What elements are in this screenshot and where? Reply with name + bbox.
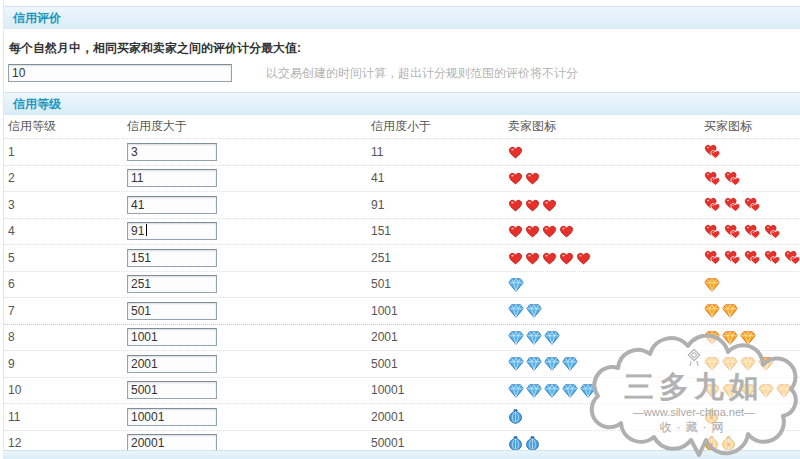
credit-level-value: 8 [8,330,127,344]
max-score-label: 每个自然月中，相同买家和卖家之间的评价计分最大值: [9,40,800,57]
credit-greater-cell [127,143,371,161]
input-wrap [127,222,217,240]
buyer-icons-cell [704,356,800,371]
credit-greater-cell [127,169,371,187]
input-wrap [127,328,217,346]
red-heart-icon [542,252,557,265]
blue-gem-icon [508,384,524,398]
double-heart-icon [724,197,742,212]
red-heart-icon [559,225,574,238]
gold-gem-icon [722,357,738,371]
seller-icons-cell [508,171,704,185]
credit-greater-input[interactable] [127,169,217,187]
input-wrap [127,381,217,399]
section-header-credit-evaluation: 信用评价 [4,6,800,29]
gold-gem-icon [758,384,774,398]
seller-icons-cell [508,277,704,292]
credit-greater-input[interactable] [127,408,217,426]
credit-less-value: 11 [371,145,508,159]
gold-gem-icon [758,357,774,371]
table-row: 241 [4,166,800,193]
credit-greater-input[interactable] [127,355,217,373]
section-title: 信用评价 [13,11,61,25]
section-header-credit-levels: 信用等级 [4,92,800,115]
gold-gem-icon [740,357,756,371]
blue-crown-icon [508,409,523,424]
blue-gem-icon [562,357,578,371]
double-heart-icon [724,224,742,239]
credit-greater-cell [127,328,371,346]
buyer-icons-cell [704,303,800,318]
gold-gem-icon [722,331,738,345]
gold-gem-icon [722,304,738,318]
credit-greater-cell [127,355,371,373]
buyer-icons-cell [704,330,800,345]
blue-gem-icon [526,304,542,318]
input-wrap [127,275,217,293]
red-heart-icon [508,172,523,185]
credit-level-value: 3 [8,198,127,212]
section-title: 信用等级 [13,97,61,111]
credit-greater-input[interactable] [127,249,217,267]
credit-less-value: 20001 [371,410,508,424]
blue-gem-icon [544,357,560,371]
table-row: 95001 [4,351,800,378]
red-heart-icon [525,172,540,185]
credit-greater-input[interactable] [127,196,217,214]
credit-greater-input[interactable] [127,302,217,320]
table-row: 71001 [4,298,800,325]
gold-gem-icon [704,384,720,398]
double-heart-icon [764,250,782,265]
buyer-icons-cell [704,197,800,212]
column-header-1: 信用度大于 [127,118,371,135]
credit-greater-input[interactable] [127,143,217,161]
buyer-icons-cell [704,250,800,265]
double-heart-icon [724,250,742,265]
credit-less-value: 91 [371,198,508,212]
blue-gem-icon [508,278,524,292]
double-heart-icon [744,250,762,265]
credit-less-value: 50001 [371,436,508,450]
red-heart-icon [508,225,523,238]
gold-crown-icon [721,436,736,451]
double-heart-icon [704,224,722,239]
credit-less-value: 1001 [371,304,508,318]
blue-gem-icon [526,384,542,398]
blue-gem-icon [526,357,542,371]
settings-panel: 信用评价 每个自然月中，相同买家和卖家之间的评价计分最大值: 以交易创建的时间计… [3,0,800,457]
red-heart-icon [508,252,523,265]
credit-greater-cell [127,196,371,214]
max-score-input[interactable] [8,64,232,82]
red-heart-icon [525,225,540,238]
blue-gem-icon [526,331,542,345]
credit-greater-input[interactable] [127,275,217,293]
credit-greater-input[interactable] [127,381,217,399]
table-row: 1120001 [4,404,800,431]
credit-less-value: 41 [371,171,508,185]
credit-greater-input[interactable] [127,328,217,346]
input-wrap [127,196,217,214]
credit-greater-input[interactable] [127,222,217,240]
input-wrap [127,408,217,426]
max-score-row: 以交易创建的时间计算，超出计分规则范围的评价将不计分 [8,62,800,84]
gold-gem-icon [704,331,720,345]
input-wrap [127,169,217,187]
credit-less-value: 2001 [371,330,508,344]
red-heart-icon [542,225,557,238]
credit-less-value: 251 [371,251,508,265]
table-row: 5251 [4,245,800,272]
credit-level-value: 5 [8,251,127,265]
column-header-4: 买家图标 [704,118,800,135]
seller-icons-cell [508,356,704,371]
buyer-icons-cell [704,224,800,239]
input-wrap [127,249,217,267]
blue-gem-icon [580,384,596,398]
credit-levels-table: 信用等级信用度大于信用度小于卖家图标买家图标 11124139141515251… [4,115,800,457]
table-row: 6501 [4,272,800,299]
credit-level-value: 11 [8,410,127,424]
seller-icons-cell [508,436,704,451]
buyer-icons-cell [704,277,800,292]
blue-gem-icon [544,384,560,398]
blue-crown-icon [508,436,523,451]
seller-icons-cell [508,145,704,159]
